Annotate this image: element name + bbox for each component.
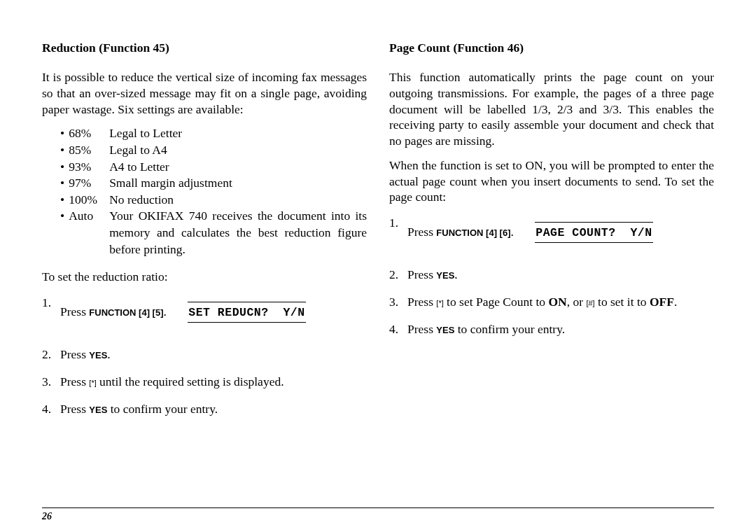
desc: Small margin adjustment — [109, 175, 367, 192]
key-star: [*] — [89, 379, 96, 387]
text: to confirm your entry. — [107, 402, 218, 416]
text: . — [107, 347, 110, 361]
text: , or — [567, 295, 587, 309]
bullet-icon: • — [60, 192, 64, 209]
list-item: • Auto Your OKIFAX 740 receives the docu… — [60, 208, 367, 258]
toset-line: To set the reduction ratio: — [42, 269, 367, 285]
key-hash: [#] — [586, 299, 594, 307]
pct: 85% — [69, 142, 109, 159]
text: Press — [407, 322, 436, 336]
desc: Legal to A4 — [109, 142, 367, 159]
text: . — [454, 267, 457, 281]
desc: Legal to Letter — [109, 125, 367, 142]
two-column-layout: Reduction (Function 45) It is possible t… — [42, 41, 714, 428]
list-item: • 85% Legal to A4 — [60, 142, 367, 159]
key-yes: YES — [89, 350, 107, 360]
step-3: Press [*] to set Page Count to ON, or [#… — [389, 294, 714, 310]
left-steps: Press FUNCTION [4] [5]. SET REDUCN? Y/N … — [42, 295, 367, 417]
key-digits: [4] [6] — [484, 227, 511, 238]
text: . — [674, 295, 677, 309]
key-yes: YES — [436, 325, 454, 335]
step-1: Press FUNCTION [4] [5]. SET REDUCN? Y/N — [42, 295, 367, 335]
right-intro: This function automatically prints the p… — [389, 69, 714, 149]
bullet-icon: • — [60, 175, 64, 192]
text: . — [511, 225, 514, 239]
footer-rule — [42, 507, 714, 508]
step-4: Press YES to confirm your entry. — [389, 321, 714, 337]
pct: 68% — [69, 125, 109, 142]
bullet-icon: • — [60, 125, 64, 142]
list-item: • 93% A4 to Letter — [60, 159, 367, 176]
text: until the required setting is displayed. — [97, 374, 284, 388]
left-heading: Reduction (Function 45) — [42, 41, 367, 55]
right-column: Page Count (Function 46) This function a… — [389, 41, 714, 428]
page-number: 26 — [42, 511, 52, 522]
text: Press — [60, 402, 89, 416]
desc: Your OKIFAX 740 receives the document in… — [109, 208, 367, 258]
pct: 93% — [69, 159, 109, 176]
text: Press — [60, 374, 89, 388]
pct: 97% — [69, 175, 109, 192]
text: . — [164, 304, 167, 318]
text: Press — [407, 295, 436, 309]
bullet-icon: • — [60, 208, 64, 225]
bullet-icon: • — [60, 159, 64, 176]
text: to set it to — [595, 295, 650, 309]
text: Press — [407, 267, 436, 281]
step-2: Press YES. — [42, 346, 367, 363]
step-4: Press YES to confirm your entry. — [42, 401, 367, 417]
desc: No reduction — [109, 192, 367, 209]
step-3: Press [*] until the required setting is … — [42, 374, 367, 390]
left-intro: It is possible to reduce the vertical si… — [42, 69, 367, 117]
right-heading: Page Count (Function 46) — [389, 41, 714, 55]
key-yes: YES — [436, 270, 454, 281]
bullet-icon: • — [60, 142, 64, 159]
key-star: [*] — [436, 299, 443, 307]
list-item: • 68% Legal to Letter — [60, 125, 367, 142]
bold-off: OFF — [650, 295, 674, 309]
key-digits: [4] [5] — [136, 307, 164, 318]
key-function: FUNCTION — [436, 227, 483, 238]
text: Press — [60, 304, 89, 318]
text: Press — [407, 225, 436, 239]
list-item: • 97% Small margin adjustment — [60, 175, 367, 192]
lcd-display: SET REDUCN? Y/N — [188, 302, 305, 323]
reduction-bullet-list: • 68% Legal to Letter • 85% Legal to A4 … — [42, 125, 367, 258]
step-1: Press FUNCTION [4] [6]. PAGE COUNT? Y/N — [389, 215, 714, 255]
text: to confirm your entry. — [454, 322, 565, 336]
step-2: Press YES. — [389, 267, 714, 283]
lcd-display: PAGE COUNT? Y/N — [535, 222, 652, 243]
list-item: • 100% No reduction — [60, 192, 367, 209]
key-yes: YES — [89, 405, 107, 415]
desc: A4 to Letter — [109, 159, 367, 176]
right-steps: Press FUNCTION [4] [6]. PAGE COUNT? Y/N … — [389, 215, 714, 337]
pct: 100% — [69, 192, 109, 209]
text: to set Page Count to — [444, 295, 549, 309]
bold-on: ON — [548, 295, 566, 309]
right-para2: When the function is set to ON, you will… — [389, 158, 714, 205]
text: Press — [60, 347, 89, 361]
pct: Auto — [69, 208, 109, 225]
left-column: Reduction (Function 45) It is possible t… — [42, 41, 367, 428]
key-function: FUNCTION — [89, 307, 136, 318]
